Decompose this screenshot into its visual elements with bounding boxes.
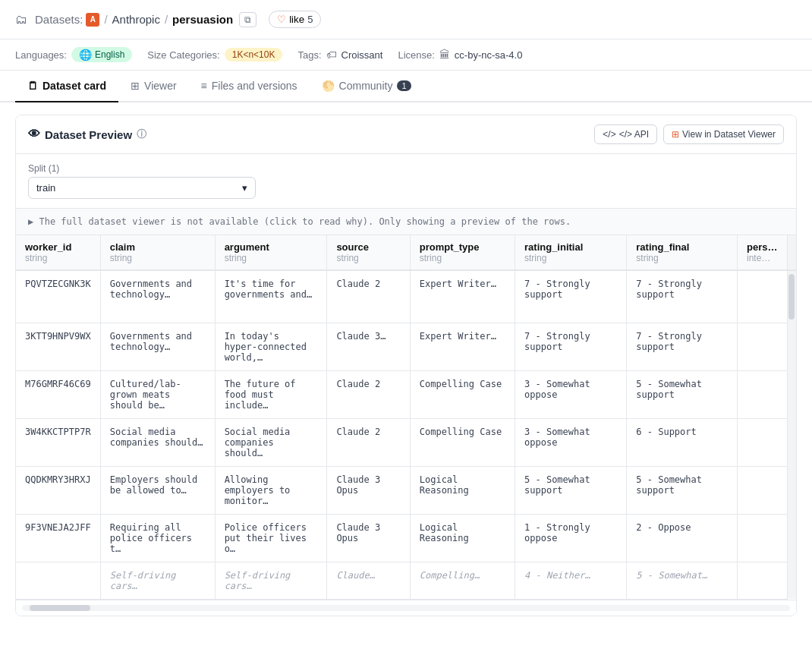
dataset-preview-box: 👁 Dataset Preview ⓘ </> </> API ⊞ View i… — [15, 115, 797, 616]
cell-claim: Requiring all police officers t… — [100, 514, 215, 562]
cell-claim: Employers should be allowed to… — [100, 466, 215, 514]
cell-worker_id: M76GMRF46C69 — [16, 370, 100, 418]
code-icon: </> — [603, 129, 615, 140]
cell-rating_final: 7 - Strongly support — [627, 270, 738, 323]
community-icon: 🌕 — [322, 80, 335, 92]
table-row: 3KTT9HNPV9WXGovernments and technology…I… — [16, 323, 796, 370]
cell-source: Claude 3 Opus — [327, 514, 410, 562]
cell-pers — [737, 514, 787, 562]
table-row: PQVTZECGNK3KGovernments and technology…I… — [16, 270, 796, 323]
cell-source: Claude 2 — [327, 270, 410, 323]
cell-rating_initial: 5 - Somewhat support — [515, 466, 627, 514]
col-source: sourcestring — [327, 235, 410, 270]
cell-prompt_type: Expert Writer… — [410, 270, 515, 323]
copy-button[interactable]: ⧉ — [239, 12, 257, 27]
scrollbar-cell — [787, 323, 796, 370]
cell-rating_final: 5 - Somewhat support — [627, 370, 738, 418]
cell-worker_id: 3W4KKCTPTP7R — [16, 418, 100, 466]
breadcrumb-slash2: / — [165, 13, 168, 26]
bottom-scrollbar[interactable] — [16, 600, 796, 616]
like-count: 5 — [307, 14, 313, 25]
languages-meta: Languages: 🌐 English — [15, 47, 132, 62]
tab-community[interactable]: 🌕 Community 1 — [310, 71, 423, 102]
cell-pers — [737, 418, 787, 466]
split-dropdown[interactable]: train ▾ — [28, 177, 256, 199]
split-label: Split (1) — [28, 163, 784, 174]
chevron-down-icon: ▾ — [242, 182, 247, 194]
cell-argument: Social media companies should… — [215, 418, 327, 466]
like-button[interactable]: ♡ like 5 — [269, 11, 321, 28]
main-content: 👁 Dataset Preview ⓘ </> </> API ⊞ View i… — [0, 102, 812, 628]
horizontal-scroll-track[interactable] — [22, 605, 790, 611]
cell-rating_final: 6 - Support — [627, 418, 738, 466]
community-badge: 1 — [397, 80, 411, 91]
scrollbar-col — [787, 235, 796, 270]
cell-prompt_type: Compelling… — [410, 562, 515, 599]
preview-title: 👁 Dataset Preview ⓘ — [28, 128, 146, 141]
data-table-container: worker_idstring claimstring argumentstri… — [16, 235, 796, 600]
cell-claim: Self-driving cars… — [100, 562, 215, 599]
cell-worker_id: PQVTZECGNK3K — [16, 270, 100, 323]
table-body: PQVTZECGNK3KGovernments and technology…I… — [16, 270, 796, 599]
cell-source: Claude 3… — [327, 323, 410, 370]
horizontal-scroll-thumb[interactable] — [30, 605, 90, 611]
preview-actions: </> </> API ⊞ View in Dataset Viewer — [594, 124, 784, 144]
table-row: QQDKMRY3HRXJEmployers should be allowed … — [16, 466, 796, 514]
cell-rating_final: 2 - Oppose — [627, 514, 738, 562]
cell-prompt_type: Compelling Case — [410, 418, 515, 466]
cell-rating_final: 7 - Strongly support — [627, 323, 738, 370]
cell-rating_final: 5 - Somewhat support — [627, 466, 738, 514]
cell-prompt_type: Compelling Case — [410, 370, 515, 418]
like-label: like — [289, 14, 304, 25]
cell-argument: In today's hyper-connected world,… — [215, 323, 327, 370]
tab-community-label: Community — [339, 80, 393, 92]
col-prompt-type: prompt_typestring — [410, 235, 515, 270]
tab-files[interactable]: ≡ Files and versions — [189, 71, 310, 102]
preview-title-text: Dataset Preview — [45, 128, 132, 141]
cell-rating_initial: 7 - Strongly support — [515, 323, 627, 370]
cell-worker_id — [16, 562, 100, 599]
cell-pers — [737, 270, 787, 323]
cell-source: Claude… — [327, 562, 410, 599]
tab-viewer-label: Viewer — [144, 80, 177, 92]
cell-source: Claude 2 — [327, 418, 410, 466]
cell-rating_initial: 7 - Strongly support — [515, 270, 627, 323]
cell-prompt_type: Logical Reasoning — [410, 466, 515, 514]
tab-dataset-card[interactable]: 🗒 Dataset card — [15, 71, 118, 102]
view-dataset-button[interactable]: ⊞ View in Dataset Viewer — [663, 124, 784, 144]
cell-argument: Police officers put their lives o… — [215, 514, 327, 562]
breadcrumb-slash: / — [104, 13, 107, 26]
cell-argument: Self-driving cars… — [215, 562, 327, 599]
table-row: M76GMRF46C69Cultured/lab-grown meats sho… — [16, 370, 796, 418]
grid-icon: ⊞ — [672, 129, 679, 140]
split-value: train — [36, 182, 55, 194]
repo-name: persuasion — [172, 13, 233, 26]
size-label: Size Categories: — [147, 49, 219, 61]
preview-header: 👁 Dataset Preview ⓘ </> </> API ⊞ View i… — [16, 115, 796, 154]
dataset-card-icon: 🗒 — [27, 80, 38, 92]
license-icon: 🏛 — [439, 49, 450, 61]
cell-worker_id: QQDKMRY3HRXJ — [16, 466, 100, 514]
scrollbar-cell — [787, 418, 796, 466]
viewer-icon: ⊞ — [131, 80, 140, 92]
meta-bar: Languages: 🌐 English Size Categories: 1K… — [0, 39, 812, 71]
cell-worker_id: 9F3VNEJA2JFF — [16, 514, 100, 562]
cell-rating_initial: 3 - Somewhat oppose — [515, 418, 627, 466]
cell-argument: Allowing employers to monitor… — [215, 466, 327, 514]
tab-files-label: Files and versions — [212, 80, 297, 92]
scrollbar-cell — [787, 514, 796, 562]
heart-icon: ♡ — [277, 14, 286, 25]
org-name: Anthropic — [112, 13, 160, 26]
cell-rating_initial: 4 - Neither… — [515, 562, 627, 599]
cell-claim: Governments and technology… — [100, 270, 215, 323]
api-button[interactable]: </> </> API — [594, 124, 657, 144]
table-header: worker_idstring claimstring argumentstri… — [16, 235, 796, 270]
cell-pers — [737, 466, 787, 514]
cell-rating_final: 5 - Somewhat… — [627, 562, 738, 599]
api-label: </> API — [619, 129, 649, 140]
warning-bar[interactable]: ▶ The full dataset viewer is not availab… — [16, 209, 796, 235]
table-row: 9F3VNEJA2JFFRequiring all police officer… — [16, 514, 796, 562]
info-icon[interactable]: ⓘ — [137, 128, 146, 141]
datasets-icon: 🗂 — [15, 13, 27, 27]
tab-viewer[interactable]: ⊞ Viewer — [118, 71, 189, 102]
